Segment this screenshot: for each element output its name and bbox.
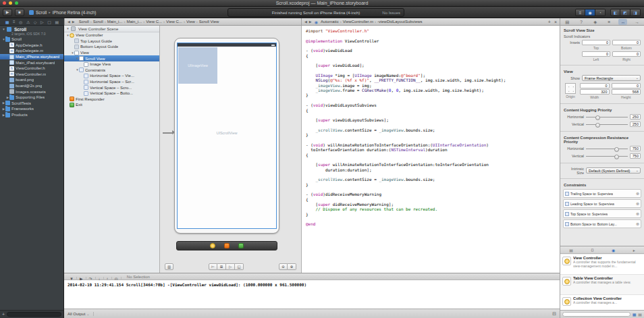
gear-icon[interactable]: ⊛: [636, 191, 639, 196]
inset-bottom-field[interactable]: 0: [612, 40, 641, 45]
library-grid-view-icon[interactable]: ▦: [633, 312, 637, 317]
outline-row[interactable]: ▼View Controller: [64, 32, 159, 38]
library-list-view-icon[interactable]: ▤: [638, 312, 642, 317]
debug-icon[interactable]: ▷: [41, 20, 44, 24]
attributes-icon[interactable]: ≡: [605, 19, 614, 25]
jumpbar-segment[interactable]: ViewController.m: [343, 20, 373, 24]
constraint-row[interactable]: Leading Space to: Superview⊛: [563, 199, 641, 208]
issues-icon[interactable]: ⚠: [26, 20, 30, 24]
file-icon[interactable]: ▤: [563, 19, 572, 25]
navigator-row[interactable]: ▶Products: [0, 112, 63, 118]
outline-row[interactable]: Bottom Layout Guide: [64, 44, 159, 50]
intrinsic-size-dropdown[interactable]: Default (System Defined): [586, 167, 641, 174]
add-button[interactable]: +: [2, 311, 5, 318]
disclosure-triangle-icon[interactable]: ▼: [2, 28, 5, 31]
run-button[interactable]: ▶: [3, 9, 12, 16]
outline-row[interactable]: Vertical Space – Scro...: [64, 84, 159, 90]
tests-icon[interactable]: ◇: [34, 20, 37, 24]
jumpbar-segment[interactable]: View C...: [166, 20, 182, 24]
navigator-panel-button[interactable]: ◧: [610, 9, 620, 16]
console-scope-selector[interactable]: All Output ⌄: [68, 312, 94, 316]
identity-icon[interactable]: ◈: [591, 19, 599, 25]
compression-vertical-slider[interactable]: [586, 153, 628, 159]
storyboard-canvas[interactable]: UIImageView UIScrollView ▥ ⊨⊞▷◱ ⊖⊕: [160, 26, 301, 273]
navigator-row[interactable]: Main_iPad.storyboard: [0, 59, 63, 65]
standard-editor-button[interactable]: ≡: [575, 9, 585, 16]
resolve-button[interactable]: ▷: [226, 263, 235, 270]
inset-right-field[interactable]: 0: [612, 51, 641, 57]
scene-header[interactable]: ▼ View Controller Scene: [64, 26, 159, 32]
hugging-horizontal-field[interactable]: 250: [630, 114, 641, 120]
outline-row[interactable]: First Responder: [64, 97, 159, 103]
gear-icon[interactable]: ⊛: [636, 211, 639, 216]
disclosure-triangle-icon[interactable]: ▼: [66, 27, 70, 30]
hugging-horizontal-slider[interactable]: [586, 114, 628, 120]
symbols-icon[interactable]: ≡: [13, 20, 16, 24]
inset-left-field[interactable]: 0: [582, 51, 610, 57]
version-editor-button[interactable]: ◔: [595, 9, 606, 16]
height-field[interactable]: 568: [612, 89, 641, 95]
connections-icon[interactable]: →: [633, 19, 641, 25]
jumpbar-segment[interactable]: -viewDidLayoutSubviews: [377, 20, 423, 24]
exit-icon[interactable]: [238, 243, 244, 248]
constraint-row[interactable]: Top Space to: Superview⊛: [563, 209, 641, 218]
inset-top-field[interactable]: 0: [582, 40, 610, 45]
navigator-row[interactable]: ▼Scroll: [0, 36, 63, 43]
navigator-row[interactable]: ▶ScrollTests: [0, 101, 63, 107]
navigator-row[interactable]: ▶Supporting Files: [0, 95, 63, 101]
breakpoints-icon[interactable]: ▢: [47, 20, 51, 24]
media-icon[interactable]: ▸: [633, 248, 635, 253]
y-field[interactable]: 0: [612, 83, 641, 88]
compression-vertical-field[interactable]: 750: [630, 153, 641, 159]
forward-button[interactable]: ▶: [72, 20, 75, 24]
utilities-panel-button[interactable]: ◨: [630, 9, 641, 16]
zoom-window-button[interactable]: [15, 1, 18, 5]
snippets-icon[interactable]: {}: [591, 248, 593, 252]
zoom-in-button[interactable]: ⊕: [288, 263, 296, 270]
outline-row[interactable]: ▼Constraints: [64, 68, 159, 74]
navigator-row[interactable]: hAppDelegate.h: [0, 43, 63, 49]
library-filter-field[interactable]: [562, 312, 630, 317]
show-dropdown[interactable]: Frame Rectangle: [582, 75, 641, 81]
outline-row[interactable]: Vertical Space – Botto...: [64, 90, 159, 97]
quick-help-icon[interactable]: ?: [576, 19, 585, 25]
zoom-out-button[interactable]: ⊖: [279, 263, 288, 270]
debug-area-button[interactable]: ◩: [620, 9, 630, 16]
hugging-vertical-field[interactable]: 250: [630, 122, 641, 127]
jumpbar-segment[interactable]: Scroll View: [199, 20, 219, 24]
jumpbar-segment[interactable]: Automatic: [321, 20, 339, 24]
logs-icon[interactable]: ▤: [55, 20, 59, 24]
library-item[interactable]: Table View ControllerA controller that m…: [560, 275, 644, 295]
scroll-view-on-canvas[interactable]: UIImageView UIScrollView: [177, 43, 277, 229]
pin-button[interactable]: ⊞: [217, 263, 226, 270]
jumpbar-segment[interactable]: View: [186, 20, 195, 24]
outline-row[interactable]: ▼View: [64, 50, 159, 56]
align-button[interactable]: ⊨: [209, 263, 217, 270]
project-root-row[interactable]: ▼ Scroll 2 targets, iOS SDK 7.0: [0, 26, 63, 36]
search-icon[interactable]: ◎: [19, 20, 22, 24]
back-button[interactable]: ◀: [304, 20, 307, 24]
add-assistant-editor-button[interactable]: +: [548, 20, 551, 24]
gear-icon[interactable]: ⊛: [636, 201, 639, 206]
navigator-row[interactable]: board.png: [0, 77, 63, 83]
jumpbar-segment[interactable]: Main_i...: [126, 20, 142, 24]
assistant-code-editor[interactable]: #import "ViewController.h" @implementati…: [301, 26, 560, 273]
outline-toggle-button[interactable]: ▥: [165, 263, 173, 270]
navigator-row[interactable]: hViewController.h: [0, 65, 63, 72]
navigator-row[interactable]: mAppDelegate.m: [0, 48, 63, 54]
navigator-row[interactable]: Main_iPhone.storyboard: [0, 54, 63, 60]
compression-horizontal-slider[interactable]: [586, 146, 628, 152]
navigator-row[interactable]: board@2x.png: [0, 83, 63, 89]
stop-button[interactable]: ■: [15, 9, 24, 16]
width-field[interactable]: 320: [580, 89, 610, 95]
gear-icon[interactable]: ⊛: [636, 221, 639, 226]
size-icon[interactable]: ↔: [618, 19, 627, 25]
jumpbar-segment[interactable]: View C...: [146, 20, 162, 24]
console-output[interactable]: 2014-02-19 11:29:41.154 Scroll[3464:70b]…: [64, 280, 560, 309]
constraint-row[interactable]: Bottom Space to: Bottom Lay...⊛: [563, 219, 641, 228]
jumpbar-segment[interactable]: Scroll: [79, 20, 89, 24]
objects-icon[interactable]: ◉: [612, 248, 615, 253]
library-item[interactable]: Collection View ControllerA controller t…: [560, 295, 644, 310]
navigator-row[interactable]: Images.xcassets: [0, 88, 63, 95]
close-window-button[interactable]: [3, 1, 6, 5]
